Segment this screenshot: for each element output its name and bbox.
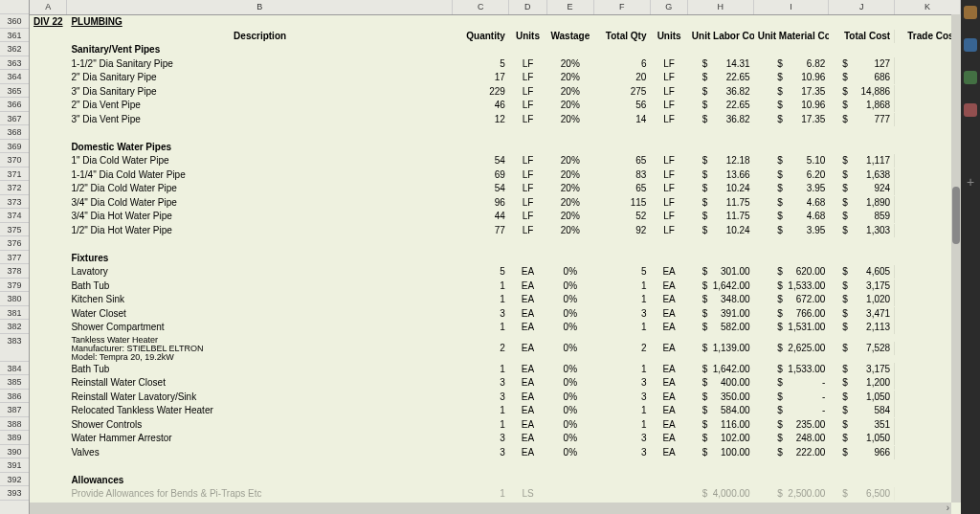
cell-G[interactable]: EA (650, 307, 687, 321)
cell-E[interactable]: 20% (546, 71, 593, 84)
row-header[interactable]: 388 (0, 417, 29, 432)
table-row[interactable]: 3/4" Dia Hot Water Pipe44LF20%52LF$11.75… (30, 210, 961, 224)
cell-D[interactable]: LS (509, 487, 546, 501)
tasks-icon[interactable] (964, 71, 977, 84)
cell-H[interactable]: $102.00 (688, 432, 754, 445)
cell-J[interactable]: $3,175 (829, 363, 895, 376)
row-header[interactable]: 390 (0, 445, 29, 459)
row-header[interactable]: 373 (0, 195, 29, 210)
cell-F[interactable]: 2 (593, 342, 650, 355)
scroll-right-arrow[interactable]: › (947, 503, 949, 513)
cell-C[interactable]: 54 (453, 154, 509, 168)
cell-E[interactable]: 0% (546, 363, 593, 376)
add-panel-icon[interactable]: + (967, 174, 974, 190)
cell-J[interactable]: $686 (829, 71, 895, 84)
cell-D[interactable]: LF (509, 154, 546, 168)
vertical-scrollbar[interactable] (951, 14, 961, 503)
cell-E[interactable]: 20% (546, 196, 593, 210)
cell-J[interactable]: $1,890 (829, 196, 895, 210)
cell-F[interactable]: 3 (593, 432, 650, 445)
row-header[interactable]: 376 (0, 236, 29, 251)
cell-G[interactable]: LF (650, 196, 687, 210)
cell-E[interactable]: 20% (546, 99, 593, 112)
table-row[interactable]: 2" Dia Sanitary Pipe17LF20%20LF$22.65$10… (30, 71, 961, 85)
cell-D[interactable]: Units (509, 30, 546, 43)
cell-C[interactable]: 54 (453, 182, 509, 195)
cell-I[interactable]: $248.00 (754, 432, 830, 445)
row-header[interactable]: 363 (0, 56, 29, 71)
cell-C[interactable]: 12 (453, 113, 509, 126)
cell-B[interactable]: 1" Dia Cold Water Pipe (67, 154, 452, 168)
row-header[interactable]: 361 (0, 29, 29, 43)
vertical-scroll-thumb[interactable] (952, 187, 960, 244)
cell-J[interactable]: $1,050 (829, 391, 895, 404)
cell-I[interactable]: $10.96 (754, 99, 830, 112)
select-all-corner[interactable] (0, 0, 29, 14)
cell-B[interactable]: Bath Tub (67, 279, 452, 293)
cell-D[interactable]: LF (509, 71, 546, 84)
row-header[interactable]: 381 (0, 306, 29, 321)
row-header[interactable]: 378 (0, 264, 29, 279)
table-row[interactable]: Valves3EA0%3EA$100.00$222.00$966 (30, 446, 961, 460)
cell-J[interactable]: $3,471 (829, 307, 895, 321)
cell-C[interactable]: 1 (453, 363, 509, 376)
cell-B[interactable]: 1-1/2" Dia Sanitary Pipe (67, 57, 452, 71)
cell-B[interactable]: Kitchen Sink (67, 293, 452, 306)
cell-I[interactable]: $1,531.00 (754, 321, 830, 334)
cell-E[interactable]: 0% (546, 432, 593, 445)
cell-G[interactable]: EA (650, 342, 687, 355)
cell-F[interactable]: 1 (593, 404, 650, 417)
cell-E[interactable]: 20% (546, 57, 593, 71)
cell-H[interactable]: $12.18 (688, 154, 754, 168)
cell-C[interactable]: 3 (453, 307, 509, 321)
col-header-G[interactable]: G (651, 0, 688, 14)
cell-B[interactable]: Domestic Water Pipes (67, 141, 452, 154)
cell-F[interactable]: 83 (593, 168, 650, 182)
row-header[interactable]: 377 (0, 251, 29, 265)
cell-I[interactable]: $- (754, 404, 830, 417)
cell-E[interactable]: 0% (546, 446, 593, 459)
cell-E[interactable]: 20% (546, 224, 593, 237)
cell-F[interactable]: 5 (593, 265, 650, 279)
cell-I[interactable]: $6.20 (754, 168, 830, 182)
cell-I[interactable]: $3.95 (754, 224, 830, 237)
cell-E[interactable]: 0% (546, 293, 593, 306)
cell-F[interactable]: 1 (593, 293, 650, 306)
cell-J[interactable]: $351 (829, 418, 895, 432)
row-header[interactable]: 369 (0, 140, 29, 154)
cell-J[interactable]: $584 (829, 404, 895, 417)
cell-G[interactable]: LF (650, 57, 687, 71)
table-row[interactable] (30, 237, 961, 252)
table-row[interactable]: Reinstall Water Closet3EA0%3EA$400.00$-$… (30, 376, 961, 391)
cell-H[interactable]: $100.00 (688, 446, 754, 459)
table-row[interactable]: 1-1/2" Dia Sanitary Pipe5LF20%6LF$14.31$… (30, 57, 961, 72)
row-header[interactable]: 374 (0, 209, 29, 223)
table-row[interactable]: 1" Dia Cold Water Pipe54LF20%65LF$12.18$… (30, 154, 961, 168)
cell-G[interactable]: EA (650, 391, 687, 404)
cell-B[interactable]: Tankless Water HeaterManufacturer: STIEL… (67, 336, 452, 362)
cell-I[interactable]: $- (754, 376, 830, 390)
cell-C[interactable]: 46 (453, 99, 509, 112)
table-row[interactable]: Bath Tub1EA0%1EA$1,642.00$1,533.00$3,175 (30, 279, 961, 294)
cell-B[interactable]: Water Closet (67, 307, 452, 321)
cell-J[interactable]: $14,886 (829, 85, 895, 99)
cell-D[interactable]: LF (509, 85, 546, 99)
cell-D[interactable]: EA (509, 391, 546, 404)
cell-E[interactable]: 20% (546, 113, 593, 126)
cell-F[interactable]: 1 (593, 279, 650, 293)
cell-H[interactable]: $11.75 (688, 210, 754, 223)
table-row[interactable]: 1/2" Dia Hot Water Pipe77LF20%92LF$10.24… (30, 224, 961, 238)
cell-B[interactable]: 3/4" Dia Hot Water Pipe (67, 210, 452, 223)
cell-D[interactable]: LF (509, 196, 546, 210)
cell-B[interactable]: 1/2" Dia Hot Water Pipe (67, 224, 452, 237)
cell-G[interactable]: LF (650, 168, 687, 182)
table-row[interactable]: DIV 22PLUMBING (30, 15, 961, 30)
cell-C[interactable]: 1 (453, 404, 509, 417)
cell-H[interactable]: $10.24 (688, 182, 754, 195)
table-row[interactable]: Tankless Water HeaterManufacturer: STIEL… (30, 335, 961, 363)
cell-D[interactable]: LF (509, 210, 546, 223)
col-header-J[interactable]: J (829, 0, 895, 14)
table-row[interactable]: Allowances (30, 474, 961, 488)
cell-F[interactable]: 3 (593, 307, 650, 321)
cell-J[interactable]: $1,050 (829, 432, 895, 445)
